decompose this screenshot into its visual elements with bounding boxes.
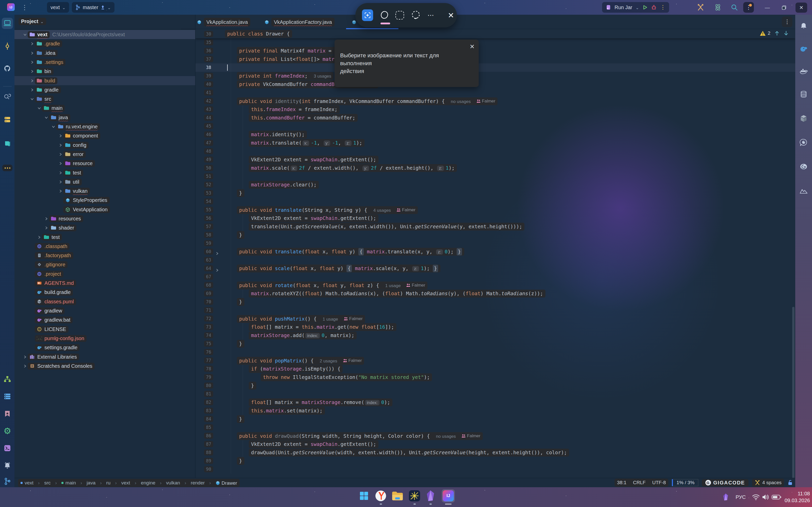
tree-item-StyleProperties[interactable]: StyleProperties: [14, 195, 195, 205]
more-tools-icon[interactable]: ⋯: [427, 8, 435, 23]
code-line-89[interactable]: 89 }: [195, 457, 795, 465]
code-line-86[interactable]: 86 public void drawQuad(String width, St…: [195, 432, 795, 440]
editor-options-kebab-icon[interactable]: ⋮: [782, 16, 793, 27]
code-line-42[interactable]: 42 public void identity(int frameIndex, …: [195, 97, 795, 105]
taskbar-start-icon[interactable]: [357, 489, 370, 502]
usages-hint[interactable]: 2 usages: [320, 359, 337, 363]
code-line-63[interactable]: 63: [195, 256, 795, 264]
code-review-icon[interactable]: [2, 91, 13, 103]
code-line-90[interactable]: 90: [195, 465, 795, 473]
usages-hint[interactable]: no usages: [436, 434, 456, 439]
code-author-hint[interactable]: Falmer: [461, 432, 480, 440]
usages-hint[interactable]: no usages: [451, 99, 471, 104]
gigachat-icon[interactable]: [798, 137, 809, 148]
tree-item-src[interactable]: src: [14, 94, 195, 104]
code-line-76[interactable]: 76: [195, 348, 795, 356]
code-line-45[interactable]: 45: [195, 122, 795, 130]
breadcrumb-Drawer[interactable]: Drawer: [215, 480, 237, 486]
chevron-expanded-icon[interactable]: [22, 33, 28, 37]
tray-battery-icon[interactable]: [772, 487, 781, 507]
bookmarks-icon[interactable]: [2, 408, 13, 419]
code-line-77[interactable]: 77 public void popMatrix() {2 usagesFalm…: [195, 356, 795, 365]
tree-item-vulkan[interactable]: vulkan: [14, 186, 195, 195]
code-line-57[interactable]: 57 translate(Unit.getScreenValue(x, exte…: [195, 222, 795, 231]
debug-icon[interactable]: [651, 5, 657, 10]
taskbar-intellij-idea-icon[interactable]: IJ: [442, 489, 455, 502]
tree-item-.classpath[interactable]: .classpath: [14, 242, 195, 251]
tree-item-.settings[interactable]: .settings: [14, 58, 195, 67]
chevron-collapsed-icon[interactable]: [29, 69, 35, 73]
tree-item-.factorypath[interactable]: .factorypath: [14, 251, 195, 260]
gigacode-widget[interactable]: G GIGACODE: [702, 479, 749, 487]
encoding[interactable]: UTF-8: [652, 480, 666, 486]
tree-item-.idea[interactable]: .idea: [14, 48, 195, 58]
code-line-39[interactable]: 39 private int frameIndex;3 usages: [195, 72, 795, 80]
tree-item-test[interactable]: test: [14, 168, 195, 177]
run-config-label[interactable]: Run Jar: [614, 5, 632, 10]
breadcrumb-main[interactable]: main: [61, 480, 76, 486]
inspections-widget[interactable]: 2: [760, 31, 789, 36]
chevron-collapsed-icon[interactable]: [58, 134, 63, 138]
code-line-68[interactable]: 68 public void rotate(float x, float y, …: [195, 281, 795, 289]
tree-item-pumlg-config.json[interactable]: {..}pumlg-config.json: [14, 334, 195, 343]
database-yellow-icon[interactable]: [2, 114, 13, 125]
notifications-alarm-icon[interactable]: [2, 460, 13, 471]
tree-item-resources[interactable]: resources: [14, 214, 195, 223]
code-line-51[interactable]: 51: [195, 172, 795, 181]
usages-hint[interactable]: 1 usage: [385, 283, 401, 288]
code-line-48[interactable]: 48: [195, 147, 795, 156]
breadcrumb-vext[interactable]: vext: [20, 480, 34, 486]
chevron-collapsed-icon[interactable]: [29, 88, 35, 92]
memory-indicator[interactable]: 1% / 3%: [672, 479, 698, 486]
close-toolbar-icon[interactable]: ✕: [448, 8, 454, 23]
tree-item-.project[interactable]: .project: [14, 269, 195, 279]
tray-volume-icon[interactable]: [761, 487, 770, 507]
code-line-55[interactable]: 55 public void translate(String x, Strin…: [195, 206, 795, 214]
code-line-78[interactable]: 78 if (matrixStorage.isEmpty()) {: [195, 365, 795, 373]
chevron-collapsed-icon[interactable]: [43, 217, 49, 221]
taskbar-star-app-icon[interactable]: [408, 489, 421, 502]
taskbar-file-explorer-icon[interactable]: [391, 489, 404, 502]
git-branch-widget[interactable]: master ⌄: [72, 2, 114, 13]
line-ending[interactable]: CRLF: [633, 480, 646, 486]
tree-item-build.gradle[interactable]: build.gradle: [14, 288, 195, 297]
code-line-38[interactable]: 38: [195, 63, 795, 72]
commit-icon[interactable]: [2, 41, 13, 52]
chevron-collapsed-icon[interactable]: [58, 143, 63, 147]
profiler-icon[interactable]: [714, 2, 722, 13]
tree-item-classes.puml[interactable]: classes.puml: [14, 297, 195, 306]
chevron-collapsed-icon[interactable]: [43, 226, 49, 230]
code-author-hint[interactable]: Falmer: [406, 281, 425, 289]
github-icon[interactable]: [2, 63, 13, 74]
breadcrumb-engine[interactable]: engine: [141, 480, 155, 486]
tree-item-VextApplication[interactable]: VextApplication: [14, 205, 195, 214]
code-line-84[interactable]: 84 }: [195, 415, 795, 423]
code-line-37[interactable]: 37 private final List<float[]> matrixSto…: [195, 55, 795, 63]
code-line-49[interactable]: 49 VkExtent2D extent = swapChain.getExte…: [195, 156, 795, 164]
tree-item-.gitignore[interactable]: .gitignore: [14, 260, 195, 269]
code-line-41[interactable]: 41: [195, 89, 795, 97]
notifications-bell-icon[interactable]: [798, 20, 809, 32]
chevron-collapsed-icon[interactable]: [58, 162, 63, 165]
close-button[interactable]: ✕: [796, 3, 807, 13]
chevron-collapsed-icon[interactable]: [29, 60, 35, 64]
code-line-88[interactable]: 88 drawQuad(Unit.getScreenValue(width, e…: [195, 448, 795, 457]
next-problem-icon[interactable]: [783, 31, 789, 36]
tree-item-.gradle[interactable]: .gradle: [14, 39, 195, 48]
docker-icon[interactable]: [798, 66, 809, 77]
lock-icon[interactable]: [788, 480, 793, 486]
main-menu-icon[interactable]: ⋮: [21, 3, 28, 12]
taskbar-crystal-app-icon[interactable]: [424, 489, 437, 502]
tree-item-External-Libraries[interactable]: External Libraries: [14, 352, 195, 361]
code-author-hint[interactable]: Falmer: [476, 97, 496, 105]
tree-item-AGENTS.md[interactable]: M↓AGENTS.md: [14, 279, 195, 288]
circle-select-icon[interactable]: [411, 8, 421, 23]
breadcrumb-java[interactable]: java: [87, 480, 95, 486]
code-line-60[interactable]: 60 public void translate(float x, float …: [195, 247, 795, 256]
code-line-83[interactable]: 83 this.matrix.set(matrix);: [195, 406, 795, 415]
tree-item-config[interactable]: config: [14, 140, 195, 150]
tree-item-test[interactable]: test: [14, 233, 195, 242]
code-line-82[interactable]: 82 float[] matrix = matrixStorage.remove…: [195, 398, 795, 406]
code-line-73[interactable]: 73 float[] matrix = this.matrix.get(new …: [195, 323, 795, 331]
search-icon[interactable]: [730, 2, 738, 13]
